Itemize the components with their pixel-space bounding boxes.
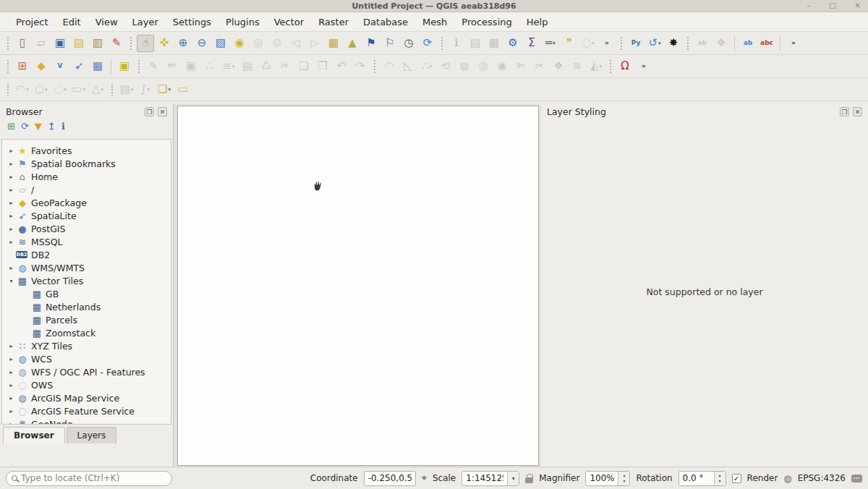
save-project[interactable]: ▣	[51, 35, 69, 52]
style-manager[interactable]: ✎	[108, 35, 125, 52]
pin-labels[interactable]: ab	[739, 35, 757, 52]
collapse-arrow-icon[interactable]: ▸	[7, 382, 16, 388]
styling-float-button[interactable]: ❐	[840, 107, 849, 116]
digitize-ellipse-dropdown-icon[interactable]: ▾	[64, 87, 67, 93]
layers-overlap-tool-dropdown-icon[interactable]: ▾	[168, 87, 171, 93]
browser-properties[interactable]: ℹ	[61, 121, 65, 132]
styling-close-button[interactable]: ✕	[853, 107, 862, 116]
filter-browser[interactable]: ▼	[35, 121, 42, 132]
new-spatialite-layer[interactable]: ➶	[70, 58, 88, 75]
browser-item-spatialite[interactable]: ▸➶SpatiaLite	[2, 209, 171, 222]
toolbar-drag-handle[interactable]	[686, 37, 690, 50]
menu-mesh[interactable]: Mesh	[415, 14, 454, 30]
split-features-dropdown-icon[interactable]: ▾	[600, 64, 603, 69]
magnifier-input[interactable]	[586, 473, 618, 483]
add-selected-layers[interactable]: ⊞	[7, 121, 15, 132]
menu-help[interactable]: Help	[519, 14, 556, 30]
collapse-arrow-icon[interactable]: ▸	[7, 421, 16, 425]
menu-vector[interactable]: Vector	[267, 14, 311, 30]
statistical-summary[interactable]: Σ	[523, 35, 540, 52]
browser-item-home[interactable]: ▸⌂Home	[2, 170, 171, 183]
pan-map-to-selection[interactable]: ✜	[156, 35, 173, 52]
scale-dropdown-icon[interactable]: ▾	[507, 472, 519, 485]
browser-item-favorites[interactable]: ▸★Favorites	[2, 144, 171, 157]
toolbar-drag-handle[interactable]	[137, 60, 141, 73]
toolbar-overflow-1[interactable]: »	[598, 35, 616, 52]
toolbar-drag-handle[interactable]	[6, 60, 10, 73]
toolbar-drag-handle[interactable]	[129, 37, 133, 50]
browser-item-[interactable]: ▸▱/	[2, 183, 171, 196]
map-tips[interactable]: ❞	[561, 35, 578, 52]
new-map-view[interactable]: ▦	[325, 35, 342, 52]
collapse-arrow-icon[interactable]: ▸	[7, 213, 16, 219]
rotation-spin-buttons[interactable]: ▴▾	[714, 472, 726, 485]
zoom-to-feature-dropdown-icon[interactable]: ▾	[592, 41, 595, 46]
tab-browser[interactable]: Browser	[3, 427, 65, 443]
collapse-arrow-icon[interactable]: ▸	[7, 343, 16, 349]
browser-close-button[interactable]: ✕	[158, 107, 167, 116]
new-virtual-layer[interactable]: ▦	[89, 58, 106, 75]
highlight-labels[interactable]: abc	[758, 35, 775, 52]
toolbar-drag-handle[interactable]	[6, 37, 10, 50]
collapse-arrow-icon[interactable]: ▸	[7, 148, 16, 154]
open-project[interactable]: ▱	[33, 35, 50, 52]
collapse-arrow-icon[interactable]: ▸	[7, 369, 16, 375]
snapping-options[interactable]: Ω	[616, 58, 634, 75]
browser-float-button[interactable]: ❐	[145, 107, 154, 116]
new-project[interactable]: ▯	[14, 35, 31, 52]
toolbar-drag-handle[interactable]	[440, 37, 444, 50]
plugin-arrow[interactable]: ↺▾	[646, 35, 663, 52]
collapse-arrow-icon[interactable]: ▸	[7, 226, 16, 232]
render-checkbox[interactable]: ✓	[732, 474, 741, 483]
digitize-regular-polygon-dropdown-icon[interactable]: ▾	[101, 87, 104, 93]
toolbar-overflow-3[interactable]: »	[635, 58, 652, 75]
browser-item-geonode[interactable]: ▸❋GeoNode	[2, 417, 171, 425]
annotation-layer-tool[interactable]: ▭	[174, 81, 192, 98]
collapse-arrow-icon[interactable]: ▸	[7, 187, 16, 193]
collapse-arrow-icon[interactable]: ▸	[7, 174, 16, 180]
menu-project[interactable]: Project	[9, 14, 55, 30]
browser-item-parcels[interactable]: ▦Parcels	[2, 313, 171, 326]
zoom-to-selection[interactable]: ◉	[231, 35, 248, 52]
collapse-arrow-icon[interactable]: ▸	[7, 161, 16, 167]
digitize-circle-dropdown-icon[interactable]: ▾	[45, 87, 48, 93]
coordinate-tracking-icon[interactable]: ⌖	[422, 472, 427, 484]
refresh-browser[interactable]: ⟳	[21, 121, 29, 132]
browser-item-mssql[interactable]: ▸≋MSSQL	[2, 235, 171, 248]
browser-item-wcs[interactable]: ▸◍WCS	[2, 352, 171, 365]
zoom-out[interactable]: ⊖	[193, 35, 210, 52]
browser-item-wfs-ogc-api-features[interactable]: ▸◍WFS / OGC API - Features	[2, 365, 171, 378]
locate-input[interactable]	[21, 473, 166, 483]
menu-edit[interactable]: Edit	[55, 14, 88, 30]
toolbar-drag-handle[interactable]	[110, 83, 114, 96]
new-shapefile-layer[interactable]: V	[51, 58, 69, 75]
menu-raster[interactable]: Raster	[311, 14, 356, 30]
collapse-arrow-icon[interactable]: ▸	[7, 239, 16, 245]
browser-item-spatial-bookmarks[interactable]: ▸⚑Spatial Bookmarks	[2, 157, 171, 170]
close-button[interactable]: ✕	[855, 1, 861, 11]
show-spatial-bookmarks[interactable]: ⚐	[381, 35, 399, 52]
plugin-arrow-dropdown-icon[interactable]: ▾	[658, 41, 661, 46]
browser-item-zoomstack[interactable]: ▦Zoomstack	[2, 326, 171, 339]
browser-item-ows[interactable]: ▸◌OWS	[2, 378, 171, 391]
toolbar-drag-handle[interactable]	[6, 83, 10, 96]
menu-view[interactable]: View	[88, 14, 125, 30]
menu-processing[interactable]: Processing	[454, 14, 519, 30]
menu-settings[interactable]: Settings	[166, 14, 218, 30]
browser-item-wms-wmts[interactable]: ▸◍WMS/WMTS	[2, 261, 171, 274]
menu-database[interactable]: Database	[356, 14, 415, 30]
new-spatial-bookmark[interactable]: ⚑	[362, 35, 380, 52]
crs-status[interactable]: EPSG:4326	[798, 473, 846, 483]
menu-plugins[interactable]: Plugins	[218, 14, 267, 30]
rotation-input[interactable]	[679, 473, 714, 483]
deselect-features-dropdown-icon[interactable]: ▾	[148, 87, 150, 93]
map-canvas[interactable]	[177, 106, 539, 466]
toolbar-drag-handle[interactable]	[619, 37, 624, 50]
digitize-circular-string-dropdown-icon[interactable]: ▾	[26, 87, 29, 93]
browser-item-gb[interactable]: ▦GB	[2, 287, 171, 300]
measure-dropdown-icon[interactable]: ▾	[553, 41, 556, 46]
menu-layer[interactable]: Layer	[125, 14, 166, 30]
collapse-all[interactable]: ↥	[48, 121, 56, 132]
browser-item-netherlands[interactable]: ▦Netherlands	[2, 300, 171, 313]
browser-item-arcgis-feature-service[interactable]: ▸◌ArcGIS Feature Service	[2, 404, 171, 417]
